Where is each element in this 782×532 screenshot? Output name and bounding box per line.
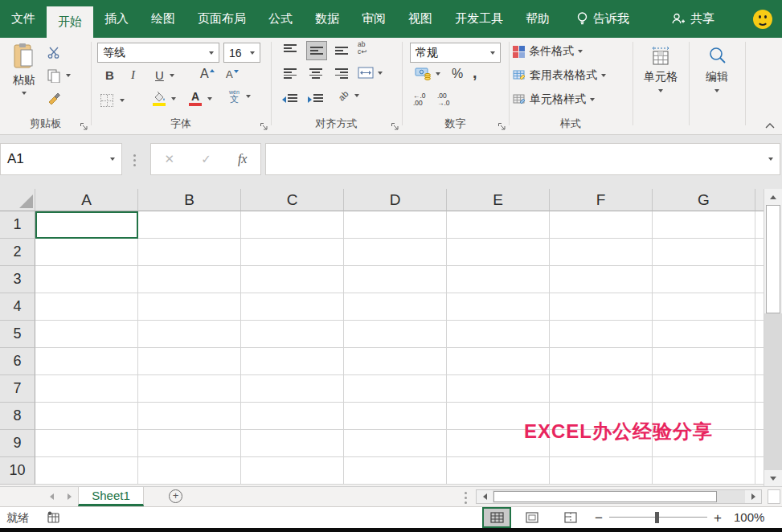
formula-bar-expand-chevron[interactable] <box>768 158 773 161</box>
cancel-icon[interactable]: ✕ <box>165 152 175 166</box>
tell-me-button[interactable]: 告诉我 <box>576 11 629 27</box>
row-header-4[interactable]: 4 <box>0 293 35 321</box>
vertical-scrollbar-thumb[interactable] <box>766 205 780 313</box>
row-header-8[interactable]: 8 <box>0 403 35 430</box>
zoom-in-button[interactable]: + <box>714 510 722 526</box>
zoom-level-label[interactable]: 100% <box>734 510 764 524</box>
collapse-ribbon-button[interactable] <box>764 122 776 129</box>
copy-button[interactable] <box>47 68 71 83</box>
tab-insert[interactable]: 插入 <box>93 0 140 38</box>
sheet-nav-left-icon[interactable] <box>50 493 54 500</box>
paste-dropdown[interactable] <box>22 92 27 95</box>
merge-center-button[interactable] <box>358 67 383 79</box>
tab-formulas[interactable]: 公式 <box>257 0 304 38</box>
formula-bar-resize-handle[interactable] <box>133 154 136 166</box>
column-header-F[interactable]: F <box>550 189 653 211</box>
percent-style-button[interactable]: % <box>452 67 463 81</box>
fill-color-button[interactable] <box>152 91 176 106</box>
align-center-button[interactable] <box>309 68 322 79</box>
number-format-combo[interactable]: 常规 <box>410 43 501 63</box>
scroll-down-button[interactable] <box>764 470 782 486</box>
underline-button[interactable]: U <box>155 68 174 82</box>
increase-decimal-button[interactable]: ←.0 .00 <box>413 92 426 107</box>
font-name-combo[interactable]: 等线 <box>97 43 219 63</box>
column-header-E[interactable]: E <box>447 189 550 211</box>
column-header-D[interactable]: D <box>344 189 447 211</box>
tab-view[interactable]: 视图 <box>397 0 444 38</box>
row-header-1[interactable]: 1 <box>0 211 35 239</box>
column-header-A[interactable]: A <box>35 189 138 211</box>
number-dialog-launcher-icon[interactable] <box>497 122 506 131</box>
column-header-C[interactable]: C <box>241 189 344 211</box>
editing-button[interactable]: 编辑 <box>698 46 736 92</box>
sheet-nav-right-icon[interactable] <box>68 493 72 500</box>
editing-dropdown[interactable] <box>714 89 719 92</box>
cells-button[interactable]: 单元格 <box>641 46 680 92</box>
wrap-text-button[interactable]: abc↩ <box>358 41 366 55</box>
row-header-7[interactable]: 7 <box>0 375 35 403</box>
decrease-font-size-button[interactable]: A <box>226 68 239 80</box>
tab-page-layout[interactable]: 页面布局 <box>186 0 257 38</box>
tab-splitter-handle[interactable] <box>465 492 467 504</box>
orientation-button[interactable]: ab <box>338 91 359 100</box>
tab-home-active[interactable]: 开始 <box>47 6 93 38</box>
decrease-decimal-button[interactable]: .00 →.0 <box>437 92 450 107</box>
conditional-formatting-button[interactable]: 条件格式 <box>513 44 583 59</box>
accounting-format-button[interactable] <box>415 67 440 80</box>
clipboard-dialog-launcher-icon[interactable] <box>80 122 88 131</box>
row-header-9[interactable]: 9 <box>0 430 35 457</box>
align-left-button[interactable] <box>284 68 297 79</box>
align-bottom-button[interactable] <box>335 44 348 55</box>
page-break-preview-button[interactable] <box>556 507 585 528</box>
italic-button[interactable]: I <box>131 68 135 82</box>
zoom-out-button[interactable]: − <box>595 510 603 526</box>
macro-record-icon[interactable] <box>47 511 60 524</box>
vertical-scrollbar[interactable] <box>764 189 782 486</box>
horizontal-scrollbar[interactable] <box>476 489 762 504</box>
row-header-3[interactable]: 3 <box>0 266 35 293</box>
horizontal-scrollbar-thumb[interactable] <box>493 491 717 502</box>
decrease-indent-button[interactable] <box>282 94 297 104</box>
cells-dropdown[interactable] <box>658 89 663 92</box>
tab-data[interactable]: 数据 <box>304 0 350 38</box>
align-top-button[interactable] <box>284 44 297 55</box>
align-right-button[interactable] <box>335 68 348 79</box>
copy-dropdown[interactable] <box>66 74 71 77</box>
normal-view-button[interactable] <box>482 507 511 528</box>
new-sheet-button[interactable]: + <box>169 489 182 503</box>
name-box[interactable]: A1 <box>0 143 122 175</box>
tab-draw[interactable]: 绘图 <box>140 0 186 38</box>
scroll-right-button[interactable] <box>745 490 761 503</box>
tab-developer[interactable]: 开发工具 <box>444 0 514 38</box>
insert-function-fx-icon[interactable]: fx <box>238 152 248 166</box>
column-header-B[interactable]: B <box>138 189 241 211</box>
font-dialog-launcher-icon[interactable] <box>260 122 268 131</box>
vertical-scrollbar-track[interactable] <box>764 313 782 470</box>
font-color-button[interactable]: A <box>189 92 212 106</box>
scroll-up-button[interactable] <box>764 189 782 205</box>
increase-font-size-button[interactable]: A <box>200 67 215 81</box>
cut-button[interactable] <box>47 46 61 59</box>
scroll-left-button[interactable] <box>477 490 493 503</box>
font-size-combo[interactable]: 16 <box>223 43 260 63</box>
tab-file[interactable]: 文件 <box>0 0 47 38</box>
format-as-table-button[interactable]: 套用表格格式 <box>513 68 606 83</box>
format-painter-button[interactable] <box>47 91 61 105</box>
zoom-slider-thumb[interactable] <box>655 512 659 523</box>
select-all-button[interactable] <box>0 189 35 211</box>
page-layout-view-button[interactable] <box>518 507 547 528</box>
borders-button[interactable] <box>100 94 125 107</box>
share-button[interactable]: 共享 <box>671 11 714 27</box>
tab-review[interactable]: 审阅 <box>350 0 397 38</box>
column-header-G[interactable]: G <box>653 189 755 211</box>
alignment-dialog-launcher-icon[interactable] <box>391 122 399 131</box>
row-header-6[interactable]: 6 <box>0 348 35 375</box>
phonetic-guide-button[interactable]: wén 文 <box>229 89 251 104</box>
increase-indent-button[interactable] <box>308 94 323 104</box>
formula-input[interactable] <box>265 143 780 175</box>
comma-style-button[interactable]: , <box>473 63 477 82</box>
name-box-dropdown[interactable] <box>110 158 115 161</box>
tab-help[interactable]: 帮助 <box>514 0 561 38</box>
align-middle-button[interactable] <box>306 41 327 60</box>
cell-styles-button[interactable]: 单元格样式 <box>513 92 595 107</box>
